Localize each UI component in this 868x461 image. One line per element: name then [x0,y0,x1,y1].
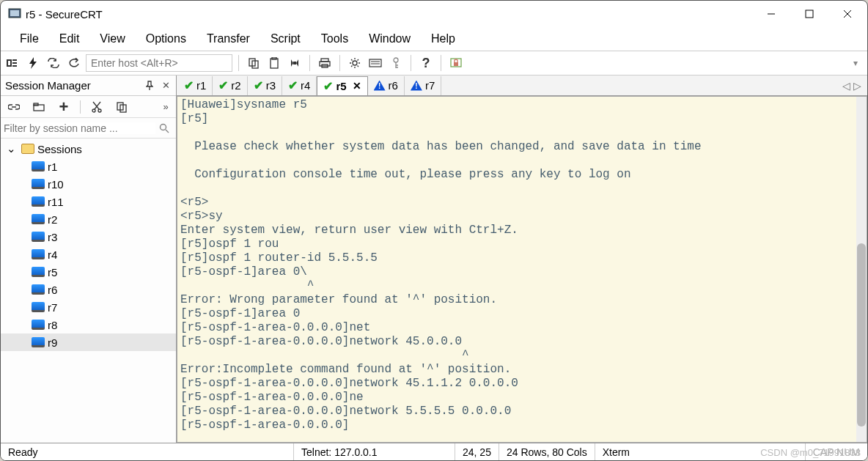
session-item-r3[interactable]: r3 [1,228,176,246]
app-icon [8,7,21,21]
key-icon[interactable] [387,54,405,72]
reconnect-icon[interactable] [45,54,62,72]
session-tree[interactable]: ⌄Sessionsr1r10r11r2r3r4r5r6r7r8r9 [1,139,176,443]
svg-rect-27 [454,62,458,66]
sessions-folder-label[interactable]: Sessions [37,143,82,155]
svg-point-37 [161,124,166,130]
session-item-label: r6 [48,284,57,296]
menu-transfer[interactable]: Transfer [196,29,260,48]
reconnect-all-icon[interactable] [65,54,83,72]
quick-connect-icon[interactable] [24,54,42,72]
tab-scroll-right-icon[interactable]: ▷ [853,80,861,92]
search-icon[interactable] [155,119,173,137]
tab-r1[interactable]: ✔r1 [178,76,213,95]
terminal-icon [32,320,45,330]
tab-label: r5 [336,80,346,92]
svg-marker-10 [29,57,37,69]
terminal-icon [32,161,45,172]
terminal-output[interactable]: [Huawei]sysname r5 [r5] Please check whe… [177,96,867,443]
tab-label: r3 [266,79,276,92]
terminal-text: [Huawei]sysname r5 [r5] Please check whe… [180,98,864,432]
pin-icon[interactable] [144,80,155,92]
menu-tools[interactable]: Tools [311,29,358,48]
tab-r4[interactable]: ✔r4 [282,76,317,95]
sidebar-overflow-icon[interactable]: » [160,101,172,113]
tab-label: r1 [196,79,206,92]
tab-r5[interactable]: ✔r5✕ [317,76,367,95]
new-tab-icon[interactable] [30,98,48,116]
session-item-r2[interactable]: r2 [1,210,176,228]
menu-script[interactable]: Script [260,29,311,48]
terminal-icon [32,179,45,189]
session-item-r9[interactable]: r9 [1,333,176,351]
panel-toggle-icon[interactable] [4,54,21,72]
svg-rect-6 [7,60,11,66]
copy-icon[interactable] [245,54,262,72]
settings-icon[interactable] [346,54,364,72]
session-item-r6[interactable]: r6 [1,281,176,298]
session-item-label: r8 [48,319,57,331]
terminal-icon [32,302,45,312]
status-ready: Ready [1,443,294,460]
tab-r2[interactable]: ✔r2 [213,76,247,95]
menu-options[interactable]: Options [136,29,196,48]
close-panel-icon[interactable]: ✕ [160,80,172,92]
terminal-icon [32,267,45,277]
tab-label: r4 [301,79,310,92]
status-size: 24 Rows, 80 Cols [499,443,595,460]
check-icon: ✔ [254,78,263,92]
add-icon[interactable]: + [55,98,73,116]
tab-r7[interactable]: r7 [405,76,441,95]
check-icon: ✔ [288,78,298,92]
svg-rect-3 [806,10,813,18]
session-item-r4[interactable]: r4 [1,246,176,263]
window-title: r5 - SecureCRT [26,8,750,21]
svg-point-18 [353,61,357,65]
minimize-button[interactable] [754,2,788,26]
tab-r3[interactable]: ✔r3 [248,76,282,95]
terminal-icon [32,284,45,295]
copy-session-icon[interactable] [113,98,130,116]
menu-view[interactable]: View [89,29,135,48]
session-manager-panel: Session Manager ✕ + » ⌄Sessionsr1r10r11r… [1,75,177,443]
menu-edit[interactable]: Edit [49,29,90,48]
print-icon[interactable] [316,54,334,72]
session-item-r1[interactable]: r1 [1,158,176,175]
session-item-r5[interactable]: r5 [1,263,176,281]
host-input[interactable] [86,54,232,72]
tab-scroll-left-icon[interactable]: ◁ [842,80,850,92]
session-item-label: r3 [48,231,57,243]
session-item-r8[interactable]: r8 [1,316,176,333]
toolbar-overflow-icon[interactable]: ▾ [847,54,864,72]
session-item-r11[interactable]: r11 [1,193,176,210]
close-tab-icon[interactable]: ✕ [353,80,361,92]
lock-screen-icon[interactable] [447,54,465,72]
menu-help[interactable]: Help [421,29,466,48]
check-icon: ✔ [323,79,333,93]
paste-icon[interactable] [265,54,283,72]
help-icon[interactable]: ? [417,54,435,72]
folder-icon [21,144,34,154]
tab-r6[interactable]: r6 [368,76,405,95]
terminal-scrollbar[interactable] [856,97,867,442]
tabs-bar: ✔r1✔r2✔r3✔r4✔r5✕r6r7◁▷ [177,75,867,96]
link-icon[interactable] [5,98,23,116]
terminal-icon [32,337,45,347]
menu-window[interactable]: Window [358,29,421,48]
session-item-r10[interactable]: r10 [1,175,176,193]
session-manager-title: Session Manager [5,79,91,92]
svg-point-22 [394,58,398,62]
maximize-button[interactable] [792,2,826,26]
close-button[interactable] [831,2,864,26]
menu-file[interactable]: File [10,29,49,48]
cut-icon[interactable] [88,98,106,116]
find-icon[interactable] [286,54,304,72]
session-item-r7[interactable]: r7 [1,298,176,316]
chevron-down-icon[interactable]: ⌄ [4,142,18,155]
svg-rect-19 [369,59,381,67]
svg-line-38 [166,130,169,133]
session-filter-input[interactable] [4,122,155,134]
keyboard-icon[interactable] [367,54,384,72]
svg-point-32 [98,109,101,112]
tab-label: r2 [231,79,240,92]
